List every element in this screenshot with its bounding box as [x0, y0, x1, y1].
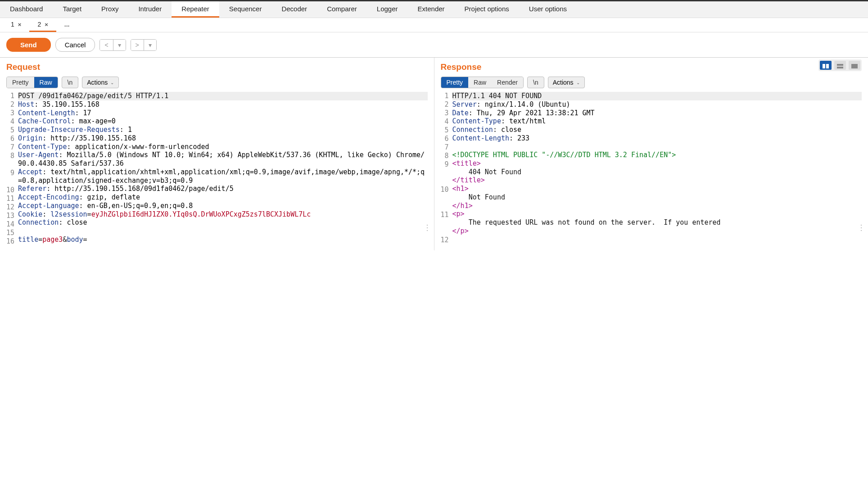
request-pane: Request PrettyRaw \n Actions⌄ 1234567891… [0, 58, 434, 250]
chevron-down-icon: ⌄ [576, 80, 580, 85]
response-more-icon[interactable]: ⋯ [857, 224, 867, 231]
request-more-icon[interactable]: ⋯ [423, 224, 433, 231]
history-next-group: > ▾ [131, 39, 157, 51]
main-tab-intruder[interactable]: Intruder [128, 1, 172, 18]
send-button[interactable]: Send [6, 38, 51, 52]
history-next-button[interactable]: > [131, 40, 144, 50]
history-prev-dropdown[interactable]: ▾ [113, 40, 126, 50]
main-tab-user-options[interactable]: User options [519, 1, 577, 18]
request-title: Request [6, 62, 428, 72]
main-tab-extender[interactable]: Extender [408, 1, 455, 18]
tab-label: 2 [37, 21, 41, 28]
response-newline-toggle[interactable]: \n [527, 77, 544, 88]
response-pane: Response PrettyRawRender \n Actions⌄ 123… [434, 58, 868, 250]
close-icon[interactable]: × [18, 21, 22, 28]
repeater-sub-tabs: 1×2×... [0, 18, 868, 32]
request-newline-toggle[interactable]: \n [62, 77, 79, 88]
request-editor[interactable]: 12345678910111213141516 POST /09d1fa0462… [6, 92, 428, 246]
request-actions-dropdown[interactable]: Actions⌄ [82, 77, 119, 88]
tab-label: 1 [11, 21, 14, 28]
main-tab-dashboard[interactable]: Dashboard [0, 1, 53, 18]
main-tab-comparer[interactable]: Comparer [317, 1, 367, 18]
action-bar: Send Cancel < ▾ > ▾ [0, 32, 868, 58]
response-view-raw[interactable]: Raw [468, 77, 492, 88]
response-actions-dropdown[interactable]: Actions⌄ [548, 77, 585, 88]
cancel-button[interactable]: Cancel [55, 38, 95, 52]
history-prev-button[interactable]: < [100, 40, 113, 50]
history-prev-group: < ▾ [99, 39, 126, 51]
main-tab-repeater[interactable]: Repeater [172, 1, 219, 18]
repeater-tab-1[interactable]: 1× [3, 18, 29, 32]
repeater-tab-2[interactable]: 2× [29, 18, 56, 32]
response-view-pretty[interactable]: Pretty [441, 77, 469, 88]
close-icon[interactable]: × [45, 21, 48, 28]
response-view-render[interactable]: Render [492, 77, 523, 88]
request-view-raw[interactable]: Raw [34, 77, 58, 88]
main-tab-proxy[interactable]: Proxy [91, 1, 128, 18]
request-view-pretty[interactable]: Pretty [7, 77, 34, 88]
chevron-down-icon: ⌄ [110, 80, 114, 85]
response-title: Response [441, 62, 862, 72]
main-tab-target[interactable]: Target [53, 1, 91, 18]
main-tab-sequencer[interactable]: Sequencer [219, 1, 272, 18]
history-next-dropdown[interactable]: ▾ [144, 40, 156, 50]
main-tab-project-options[interactable]: Project options [455, 1, 519, 18]
main-tab-bar: DashboardTargetProxyIntruderRepeaterSequ… [0, 1, 868, 18]
new-tab-button[interactable]: ... [56, 18, 78, 32]
main-tab-logger[interactable]: Logger [367, 1, 408, 18]
main-tab-decoder[interactable]: Decoder [271, 1, 317, 18]
response-editor[interactable]: 123456789101112 HTTP/1.1 404 NOT FOUNDSe… [441, 92, 862, 245]
